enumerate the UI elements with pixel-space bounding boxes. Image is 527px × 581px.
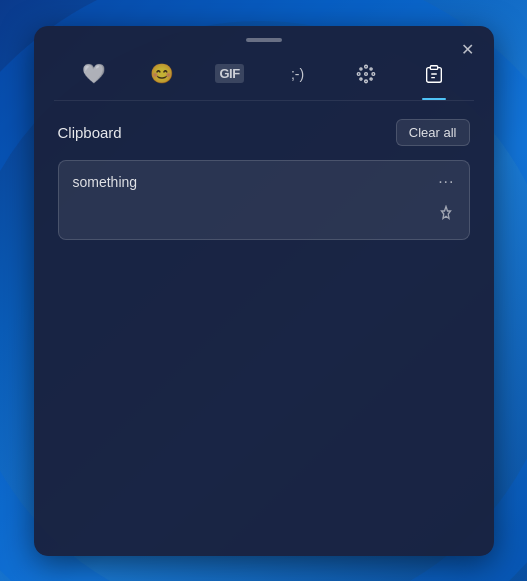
clipboard-item[interactable]: something ··· bbox=[58, 160, 470, 240]
clip-menu-button[interactable]: ··· bbox=[434, 171, 458, 193]
clipboard-tab-icon bbox=[423, 63, 445, 85]
svg-point-2 bbox=[357, 72, 360, 75]
svg-point-8 bbox=[364, 72, 367, 75]
tab-bar: 🤍 😊 GIF ;-) bbox=[34, 42, 494, 94]
heart-icon: 🤍 bbox=[82, 62, 106, 85]
clip-text: something bbox=[73, 174, 138, 190]
emoji-clipboard-panel: ✕ 🤍 😊 GIF ;-) bbox=[34, 26, 494, 556]
svg-point-7 bbox=[369, 77, 371, 79]
tab-emoji-recent[interactable]: 🤍 bbox=[74, 54, 114, 94]
more-options-icon: ··· bbox=[438, 173, 454, 190]
tab-clipboard[interactable] bbox=[414, 54, 454, 94]
svg-point-0 bbox=[364, 65, 367, 68]
close-icon: ✕ bbox=[461, 40, 474, 59]
tab-emoji[interactable]: 😊 bbox=[142, 54, 182, 94]
tab-symbols[interactable] bbox=[346, 54, 386, 94]
clear-all-button[interactable]: Clear all bbox=[396, 119, 470, 146]
close-button[interactable]: ✕ bbox=[454, 36, 482, 64]
svg-rect-9 bbox=[430, 65, 437, 69]
svg-point-4 bbox=[359, 67, 361, 69]
symbols-icon bbox=[355, 63, 377, 85]
clipboard-header: Clipboard Clear all bbox=[58, 119, 470, 146]
clipboard-title: Clipboard bbox=[58, 124, 122, 141]
tab-kaomoji[interactable]: ;-) bbox=[278, 54, 318, 94]
svg-point-3 bbox=[371, 72, 374, 75]
emoji-icon: 😊 bbox=[150, 62, 174, 85]
tab-gif[interactable]: GIF bbox=[210, 54, 250, 94]
kaomoji-icon: ;-) bbox=[291, 66, 304, 82]
pin-icon bbox=[437, 205, 455, 223]
gif-icon: GIF bbox=[215, 64, 243, 83]
pin-button[interactable] bbox=[433, 203, 459, 229]
svg-point-5 bbox=[369, 67, 371, 69]
svg-point-1 bbox=[364, 79, 367, 82]
content-area: Clipboard Clear all something ··· bbox=[34, 101, 494, 556]
svg-point-6 bbox=[359, 77, 361, 79]
